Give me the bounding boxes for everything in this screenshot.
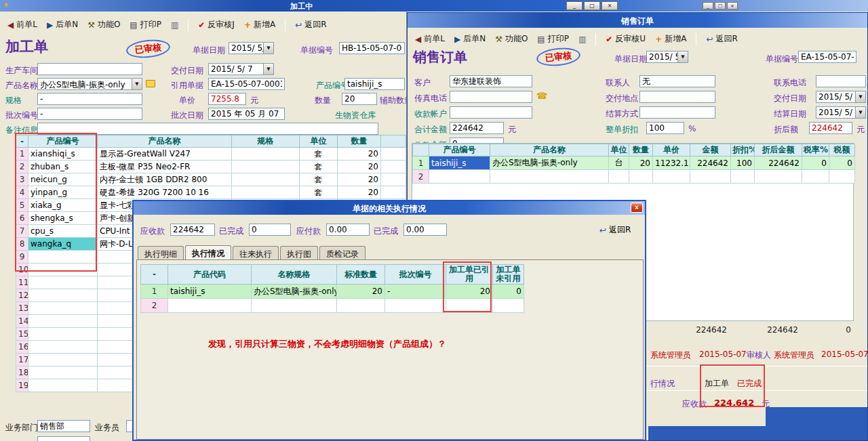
chevron-down-icon[interactable]: ▼ (263, 64, 273, 75)
pay-done-input[interactable] (403, 224, 447, 236)
row-index[interactable]: 3 (16, 173, 28, 186)
col-disc-amount[interactable]: 折后金额 (755, 144, 802, 156)
spec-input[interactable] (37, 93, 142, 105)
cell-tax-rate[interactable] (802, 170, 829, 184)
recv-done-input[interactable] (249, 224, 291, 236)
table-row[interactable]: 1 taishiji_s 办公S型电脑-振奥-only 20 - 20 0 (141, 285, 524, 299)
back-button[interactable]: ↩ 返回R (595, 222, 635, 238)
table-row[interactable]: 2 (141, 299, 524, 313)
cell-product-name[interactable]: 显示器-GreatWall V247 (98, 148, 232, 161)
table-row[interactable]: 2 zhuban_s 主板-微星 P35 Neo2-FR 套 20 (16, 161, 406, 173)
contact-tel-input[interactable] (816, 75, 866, 87)
col-used-qty[interactable]: 加工单已引用 (446, 265, 493, 285)
cell-used-qty[interactable] (446, 299, 493, 313)
doc-no-input[interactable] (798, 51, 856, 63)
recv-input[interactable] (170, 224, 215, 236)
product-code-input[interactable] (344, 78, 405, 90)
cell-price[interactable]: 11232.1 (653, 156, 690, 170)
fax-input[interactable] (450, 91, 532, 103)
ref-doc-input[interactable] (208, 78, 285, 90)
cell-qty[interactable]: 20 (629, 156, 653, 170)
function-button[interactable]: ⚒ 功能O (83, 17, 125, 33)
cell-product-code[interactable]: cpu_s (28, 225, 98, 238)
total-input[interactable] (450, 122, 504, 134)
col-batch-no[interactable]: 批次编号 (385, 265, 446, 285)
cell-product-code[interactable] (168, 299, 252, 313)
row-index[interactable]: 6 (16, 212, 28, 225)
cell-product-code[interactable] (28, 315, 98, 328)
chevron-down-icon[interactable]: ▼ (855, 107, 865, 118)
table-row[interactable]: 1 xianshiqi_s 显示器-GreatWall V247 套 20 (16, 148, 406, 161)
next-doc-button[interactable]: ▶ 后单N (42, 17, 83, 33)
cell-unit[interactable] (609, 170, 629, 184)
cell-discount[interactable]: 100 (731, 156, 755, 170)
table-row[interactable]: 3 neicun_g 内存-金士顿 1GB DDR2 800 套 20 (16, 173, 406, 186)
deliver-date-select[interactable]: 2015/ 5/ 7 ▼ (208, 63, 274, 75)
row-index[interactable]: 10 (16, 264, 28, 276)
minimize-button[interactable]: _ (566, 1, 583, 10)
col-index[interactable]: - (141, 265, 168, 285)
function-button[interactable]: ⚒ 功能O (490, 31, 532, 47)
col-qty[interactable]: 数量 (338, 135, 381, 148)
cell-unused-qty[interactable] (493, 299, 524, 313)
discount-input[interactable] (646, 122, 684, 134)
col-std-qty[interactable]: 标准数量 (337, 265, 385, 285)
row-index[interactable]: 13 (16, 302, 28, 315)
col-discount[interactable]: 折扣% (731, 144, 755, 156)
cell-unit[interactable]: 套 (300, 161, 338, 173)
cell-name-spec[interactable] (252, 299, 337, 313)
execution-table[interactable]: - 产品代码 名称规格 标准数量 批次编号 加工单已引用 加工单未引用 1 ta… (140, 264, 524, 313)
cell-qty[interactable] (629, 170, 653, 184)
row-index[interactable]: 2 (413, 170, 429, 184)
dept-input[interactable] (37, 420, 90, 432)
cell-product-code[interactable] (28, 328, 98, 341)
cell-amount[interactable]: 224642 (690, 156, 731, 170)
batch-no-input[interactable] (37, 108, 142, 120)
cell-spec[interactable] (232, 148, 300, 161)
cell-disc-amount[interactable] (755, 170, 802, 184)
back-button[interactable]: ↩ 返回R (701, 31, 742, 47)
sales-items-table[interactable]: 产品编号 产品名称 单位 数量 单价 金额 折扣% 折后金额 税率% 税额 (412, 144, 855, 184)
cell-qty[interactable]: 20 (338, 161, 381, 173)
col-tax[interactable]: 税额 (829, 144, 855, 156)
cell-unit[interactable]: 台 (609, 156, 629, 170)
col-product-code[interactable]: 产品代码 (168, 265, 252, 285)
cell-disc-amount[interactable]: 224642 (755, 156, 802, 170)
cell-tax-rate[interactable]: 0 (802, 156, 829, 170)
cell-product-name[interactable]: 主板-微星 P35 Neo2-FR (98, 161, 232, 173)
deliver-date-select[interactable]: 2015/ 5/ 7 ▼ (816, 91, 866, 103)
col-product-name[interactable]: 产品名称 (98, 135, 232, 148)
row-index[interactable]: 14 (16, 315, 28, 328)
cell-product-code[interactable] (28, 341, 98, 354)
row-index[interactable]: 16 (16, 341, 28, 354)
col-qty[interactable]: 数量 (629, 144, 653, 156)
pay-input[interactable] (326, 224, 370, 236)
col-tax-rate[interactable]: 税率% (802, 144, 829, 156)
cell-product-name[interactable]: 内存-金士顿 1GB DDR2 800 (98, 173, 232, 186)
row-index[interactable]: 1 (413, 156, 429, 170)
cell-std-qty[interactable] (337, 299, 385, 313)
customer-input[interactable] (450, 75, 532, 87)
cell-product-name[interactable] (490, 170, 609, 184)
close-icon[interactable]: × (631, 203, 643, 213)
mdi-maximize-button[interactable]: □ (715, 2, 726, 9)
doc-date-select[interactable]: 2015/ 5/ 7 ▼ (646, 51, 688, 63)
row-index[interactable]: 1 (16, 148, 28, 161)
cell-spec[interactable] (232, 186, 300, 199)
discounted-input[interactable] (809, 122, 852, 134)
row-index[interactable]: 8 (16, 238, 28, 251)
extra-bottom-input[interactable] (37, 436, 90, 441)
col-unit[interactable]: 单位 (609, 144, 629, 156)
cell-qty[interactable]: 20 (338, 148, 381, 161)
cell-used-qty[interactable]: 20 (446, 285, 493, 299)
settle-date-select[interactable]: 2015/ 5/ 7 ▼ (816, 106, 866, 119)
table-row[interactable]: 2 (413, 170, 855, 184)
back-button[interactable]: ↩ 返回R (290, 17, 331, 33)
table-row[interactable]: 1 taishiji_s 办公S型电脑-振奥-only 台 20 11232.1… (413, 156, 855, 170)
table-row[interactable]: 4 yinpan_g 硬盘-希捷 320G 7200 10 16 套 20 (16, 186, 406, 199)
chevron-down-icon[interactable]: ▼ (132, 79, 142, 89)
prev-doc-button[interactable]: ◀ 前单L (3, 17, 42, 33)
cell-product-code[interactable]: yinpan_g (28, 186, 98, 199)
prev-doc-button[interactable]: ◀ 前单L (410, 31, 450, 47)
cell-product-code[interactable]: xiaka_g (28, 199, 98, 212)
